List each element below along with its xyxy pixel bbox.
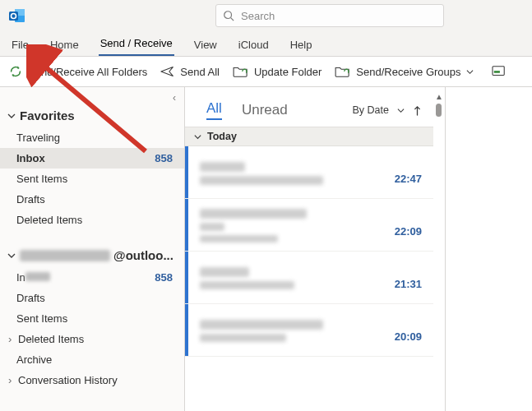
account-sent-items[interactable]: Sent Items [0,308,184,329]
redacted-subject [200,281,294,289]
message-time: 22:09 [395,225,422,238]
ribbon-overflow-button[interactable] [492,65,507,78]
svg-point-4 [224,12,232,19]
account-archive[interactable]: Archive [0,349,184,370]
sort-controls[interactable]: By Date [353,104,422,116]
menu-file[interactable]: File [10,39,30,56]
refresh-icon [8,64,23,79]
message-list: All Unread By Date Today 22:47 [185,87,433,411]
chevron-down-icon [7,251,16,261]
redacted-preview [200,235,278,242]
ribbon: Send/Receive All Folders Send All Update… [0,56,532,87]
chevron-down-icon [397,107,405,114]
groups-folder-icon [335,65,351,78]
account-inbox-count: 858 [155,271,173,284]
svg-line-5 [231,18,234,21]
menu-send-receive[interactable]: Send / Receive [99,37,174,56]
update-folder-icon [233,65,249,78]
message-pane: All Unread By Date Today 22:47 [185,87,532,411]
message-item[interactable]: 22:47 [185,146,433,199]
account-deleted-items[interactable]: ›Deleted Items [0,329,184,349]
collapse-sidebar-icon[interactable]: ‹ [173,92,176,104]
chevron-down-icon [466,68,474,76]
progress-icon [492,65,507,78]
menu-view[interactable]: View [192,39,219,56]
message-time: 22:47 [395,173,422,185]
redacted-sender [200,162,245,172]
favorites-header[interactable]: Favorites [0,105,184,127]
favorites-title: Favorites [20,109,75,122]
menu-home[interactable]: Home [49,39,81,56]
tab-all[interactable]: All [206,100,222,120]
sort-ascending-icon[interactable] [413,105,422,116]
search-input[interactable]: Search [215,4,444,27]
reading-pane [446,87,532,411]
redacted-sender [200,209,307,219]
title-bar: Search [0,0,532,31]
account-inbox[interactable]: In 858 [0,267,184,288]
account-drafts[interactable]: Drafts [0,288,184,308]
message-tabs: All Unread By Date [185,87,433,127]
menu-bar: File Home Send / Receive View iCloud Hel… [0,31,532,56]
svg-rect-7 [493,71,499,73]
search-placeholder: Search [241,10,275,22]
redacted-subject [200,334,286,342]
redacted-sender [200,320,323,330]
update-folder-label: Update Folder [254,66,322,78]
account-header[interactable]: @outloo... [0,245,184,267]
send-receive-groups-button[interactable]: Send/Receive Groups [335,65,473,78]
folder-traveling[interactable]: Traveling [0,127,184,148]
account-conversation-history[interactable]: ›Conversation History [0,370,184,390]
main-area: ‹ Favorites Traveling Inbox 858 Sent Ite… [0,87,532,411]
send-receive-all-button[interactable]: Send/Receive All Folders [8,64,147,79]
scrollbar[interactable]: ▲ [433,87,445,411]
folder-deleted-items[interactable]: Deleted Items [0,210,184,230]
folder-inbox[interactable]: Inbox 858 [0,148,184,169]
redacted-subject [200,223,224,231]
redacted-subject [200,176,323,185]
sort-by-date-label: By Date [353,104,389,116]
message-time: 21:31 [395,278,422,290]
redacted-text [25,272,50,281]
send-all-label: Send All [180,66,220,78]
send-icon [160,65,175,78]
svg-rect-2 [9,12,18,21]
outlook-app-icon [8,7,26,25]
send-all-button[interactable]: Send All [160,65,220,78]
menu-help[interactable]: Help [289,39,314,56]
chevron-down-icon [193,132,202,141]
inbox-count: 858 [155,152,173,164]
scroll-up-icon[interactable]: ▲ [435,92,443,101]
message-item[interactable]: 21:31 [185,252,433,304]
send-receive-all-label: Send/Receive All Folders [28,66,147,78]
folder-drafts[interactable]: Drafts [0,189,184,210]
group-label: Today [207,131,237,142]
chevron-right-icon: › [8,374,16,386]
message-time: 20:09 [395,330,422,343]
search-icon [223,10,234,21]
folder-sent-items[interactable]: Sent Items [0,169,184,189]
message-item[interactable]: 22:09 [185,199,433,252]
update-folder-button[interactable]: Update Folder [233,65,322,78]
menu-icloud[interactable]: iCloud [237,39,271,56]
scroll-thumb[interactable] [436,104,442,117]
redacted-sender [200,267,249,277]
chevron-right-icon: › [8,333,16,345]
date-group-today[interactable]: Today [185,127,433,146]
folder-sidebar: Favorites Traveling Inbox 858 Sent Items… [0,87,185,411]
message-item[interactable]: 20:09 [185,304,433,357]
chevron-down-icon [7,111,16,121]
account-name-redacted [20,250,110,261]
account-suffix: @outloo... [113,248,173,262]
tab-unread[interactable]: Unread [242,102,288,118]
groups-label: Send/Receive Groups [356,66,460,78]
